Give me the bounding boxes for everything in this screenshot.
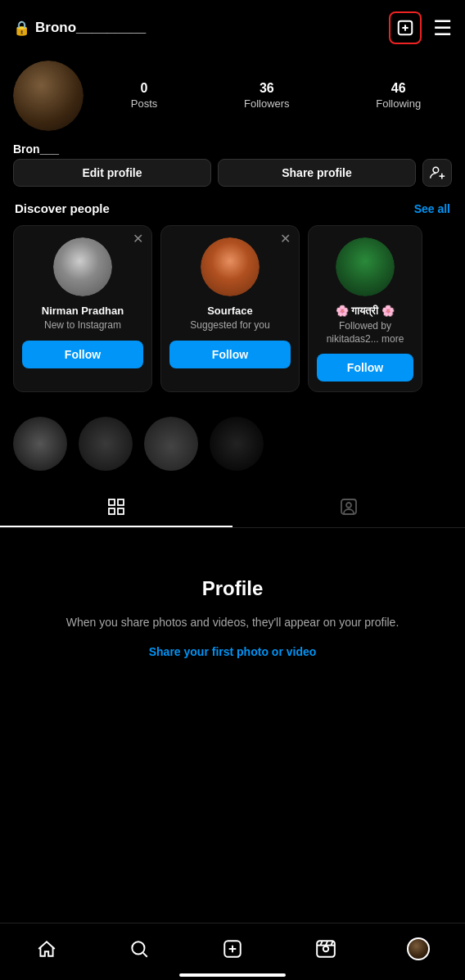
discover-scroll: ✕ Nirman Pradhan New to Instagram Follow…	[13, 225, 452, 392]
person-sub: Followed by nikitadas2... more	[317, 320, 413, 345]
empty-profile: Profile When you share photos and videos…	[0, 528, 465, 690]
profile-section: 0 Posts 36 Followers 46 Following Bron__…	[0, 52, 465, 404]
svg-line-13	[143, 952, 147, 956]
nav-reels[interactable]	[305, 931, 346, 967]
header: 🔒 Brono_________ ☰	[0, 0, 465, 52]
person-avatar	[201, 237, 260, 296]
reels-icon	[315, 938, 336, 960]
plus-square-icon	[396, 19, 414, 37]
tab-grid[interactable]	[0, 488, 232, 527]
add-person-button[interactable]	[422, 159, 452, 187]
person-name: Nirman Pradhan	[42, 305, 124, 317]
content-tabs	[0, 488, 465, 528]
new-post-button[interactable]	[389, 11, 422, 44]
person-sub: New to Instagram	[44, 319, 121, 332]
profile-name: Bron___	[13, 142, 452, 156]
close-button[interactable]: ✕	[280, 233, 291, 246]
highlights-row	[0, 404, 465, 480]
highlight-item[interactable]	[210, 417, 264, 475]
svg-point-3	[433, 167, 439, 173]
edit-profile-button[interactable]: Edit profile	[13, 159, 211, 187]
menu-button[interactable]: ☰	[433, 16, 452, 41]
person-card: ✕ Sourface Suggested for you Follow	[160, 225, 300, 392]
person-tag-icon	[339, 497, 359, 517]
lock-icon: 🔒	[13, 20, 30, 37]
nav-profile-avatar	[407, 937, 430, 960]
bottom-nav	[0, 923, 465, 980]
grid-icon	[106, 497, 126, 517]
person-name: 🌸 गायत्री 🌸	[336, 305, 395, 318]
nav-profile[interactable]	[398, 931, 439, 967]
svg-rect-9	[118, 508, 124, 514]
profile-top: 0 Posts 36 Followers 46 Following	[13, 61, 452, 131]
empty-profile-description: When you share photos and videos, they'l…	[33, 613, 432, 631]
follow-button[interactable]: Follow	[22, 341, 143, 368]
profile-stats: 0 Posts 36 Followers 46 Following	[100, 81, 452, 111]
header-icons: ☰	[389, 11, 452, 44]
svg-point-18	[323, 946, 328, 951]
header-username: 🔒 Brono_________	[13, 20, 146, 37]
add-person-icon	[429, 165, 445, 181]
profile-avatar[interactable]	[13, 61, 84, 131]
svg-rect-6	[109, 499, 115, 505]
nav-home[interactable]	[26, 931, 67, 967]
empty-profile-title: Profile	[33, 577, 432, 600]
highlight-item[interactable]	[13, 417, 67, 475]
person-card: 🌸 गायत्री 🌸 Followed by nikitadas2... mo…	[308, 225, 422, 392]
follow-button[interactable]: Follow	[317, 354, 413, 382]
tab-tagged[interactable]	[232, 488, 465, 527]
svg-point-11	[346, 503, 351, 508]
person-avatar	[336, 237, 395, 296]
svg-point-12	[133, 942, 145, 954]
discover-title: Discover people	[15, 201, 110, 215]
discover-header: Discover people See all	[13, 201, 452, 215]
share-first-photo-link[interactable]: Share your first photo or video	[33, 645, 432, 658]
person-sub: Suggested for you	[190, 319, 269, 332]
highlight-item[interactable]	[144, 417, 198, 475]
home-indicator	[179, 973, 286, 977]
person-avatar	[53, 237, 112, 296]
following-stat[interactable]: 46 Following	[376, 81, 421, 111]
posts-stat[interactable]: 0 Posts	[131, 81, 158, 111]
followers-stat[interactable]: 36 Followers	[244, 81, 290, 111]
home-icon	[36, 938, 57, 960]
add-icon	[222, 938, 243, 960]
action-buttons: Edit profile Share profile	[13, 159, 452, 187]
highlight-item[interactable]	[79, 417, 133, 475]
svg-rect-7	[118, 499, 124, 505]
follow-button[interactable]: Follow	[169, 341, 291, 368]
share-profile-button[interactable]: Share profile	[218, 159, 416, 187]
person-card: ✕ Nirman Pradhan New to Instagram Follow	[13, 225, 152, 392]
svg-rect-8	[109, 508, 115, 514]
nav-search[interactable]	[119, 931, 160, 967]
person-name: Sourface	[207, 305, 253, 317]
nav-add[interactable]	[212, 931, 253, 967]
close-button[interactable]: ✕	[133, 233, 143, 246]
search-icon	[129, 938, 150, 960]
see-all-button[interactable]: See all	[414, 202, 450, 215]
